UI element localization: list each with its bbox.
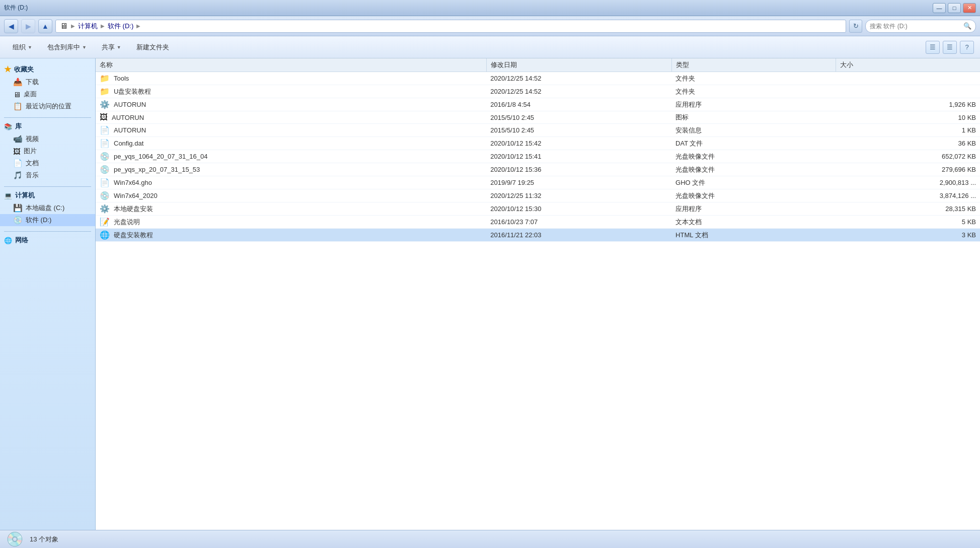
file-icon: 💿	[100, 165, 110, 174]
file-type: 光盘映像文件	[671, 189, 836, 202]
file-date: 2019/9/7 19:25	[486, 176, 671, 189]
view-toggle-button[interactable]: ☰	[926, 41, 940, 54]
statusbar-icon: 💿	[6, 531, 24, 547]
sidebar-library-header[interactable]: 📚 库	[0, 120, 95, 133]
file-size	[836, 72, 980, 85]
path-computer[interactable]: 计算机	[78, 22, 98, 31]
file-name: AUTORUN	[114, 126, 146, 134]
share-button[interactable]: 共享 ▼	[95, 39, 128, 55]
table-row[interactable]: 💿 Win7x64_2020 2020/12/25 11:32 光盘映像文件 3…	[96, 189, 980, 202]
table-row[interactable]: 🖼 AUTORUN 2015/5/10 2:45 图标 10 KB	[96, 111, 980, 124]
sidebar-network-header[interactable]: 🌐 网络	[0, 234, 95, 247]
help-button[interactable]: ?	[960, 41, 974, 54]
file-icon: 📁	[100, 87, 110, 96]
sidebar-item-download[interactable]: 📥 下载	[0, 76, 95, 88]
file-size: 1,926 KB	[836, 98, 980, 111]
view-icon: ☰	[930, 43, 936, 51]
table-row[interactable]: 📄 Config.dat 2020/10/12 15:42 DAT 文件 36 …	[96, 137, 980, 150]
file-size	[836, 85, 980, 98]
sidebar-item-recent[interactable]: 📋 最近访问的位置	[0, 100, 95, 112]
file-type: 图标	[671, 111, 836, 124]
search-box: 🔍	[865, 20, 976, 33]
file-type: HTML 文档	[671, 229, 836, 242]
refresh-button[interactable]: ↻	[849, 20, 862, 33]
table-row[interactable]: 📄 Win7x64.gho 2019/9/7 19:25 GHO 文件 2,90…	[96, 176, 980, 189]
file-icon: 📁	[100, 74, 110, 83]
sidebar-item-pictures[interactable]: 🖼 图片	[0, 145, 95, 157]
minimize-button[interactable]: —	[933, 3, 946, 13]
table-row[interactable]: 📝 光盘说明 2016/10/23 7:07 文本文档 5 KB	[96, 216, 980, 229]
file-date: 2015/5/10 2:45	[486, 111, 671, 124]
file-type: 安装信息	[671, 124, 836, 137]
file-icon: 🖼	[100, 113, 108, 122]
file-icon: 📄	[100, 139, 110, 148]
file-name-cell: 📄 Config.dat	[100, 139, 482, 148]
forward-button[interactable]: ▶	[21, 19, 35, 33]
maximize-button[interactable]: □	[948, 3, 961, 13]
col-header-size[interactable]: 大小	[836, 58, 980, 72]
sidebar-video-label: 视频	[26, 134, 39, 144]
file-icon: 📝	[100, 217, 110, 227]
desktop-icon: 🖥	[13, 90, 21, 99]
table-row[interactable]: 📄 AUTORUN 2015/5/10 2:45 安装信息 1 KB	[96, 124, 980, 137]
file-icon: ⚙️	[100, 100, 110, 109]
file-size: 652,072 KB	[836, 150, 980, 163]
address-path: 🖥 ▶ 计算机 ▶ 软件 (D:) ▶	[55, 20, 846, 33]
pictures-icon: 🖼	[13, 147, 21, 156]
file-name-cell: ⚙️ 本地硬盘安装	[100, 204, 482, 214]
table-row[interactable]: ⚙️ AUTORUN 2016/1/8 4:54 应用程序 1,926 KB	[96, 98, 980, 111]
file-list: 名称 修改日期 类型 大小 📁 Tools 2020/12/25 14:52 文…	[96, 58, 980, 530]
sidebar-item-drive-d[interactable]: 💿 软件 (D:)	[0, 214, 95, 226]
file-name-cell: 📁 Tools	[100, 74, 482, 83]
table-row[interactable]: 🌐 硬盘安装教程 2016/11/21 22:03 HTML 文档 3 KB	[96, 229, 980, 242]
computer-icon: 💻	[4, 192, 12, 199]
file-table-body: 📁 Tools 2020/12/25 14:52 文件夹 📁 U盘安装教程 20…	[96, 72, 980, 242]
file-icon: 📄	[100, 178, 110, 187]
table-row[interactable]: 📁 U盘安装教程 2020/12/25 14:52 文件夹	[96, 85, 980, 98]
file-size: 279,696 KB	[836, 163, 980, 176]
sidebar-recent-label: 最近访问的位置	[26, 102, 71, 111]
sidebar-item-music[interactable]: 🎵 音乐	[0, 169, 95, 181]
sidebar-favorites-label: 收藏夹	[14, 65, 34, 74]
sidebar-computer-label: 计算机	[15, 191, 35, 200]
sidebar-item-local-c[interactable]: 💾 本地磁盘 (C:)	[0, 202, 95, 214]
path-arrow-2: ▶	[101, 23, 105, 29]
view-details-button[interactable]: ☰	[943, 41, 957, 54]
file-name: 本地硬盘安装	[114, 204, 153, 214]
organize-button[interactable]: 组织 ▼	[6, 39, 39, 55]
window-controls: — □ ✕	[933, 3, 976, 13]
table-row[interactable]: 📁 Tools 2020/12/25 14:52 文件夹	[96, 72, 980, 85]
sidebar-computer-header[interactable]: 💻 计算机	[0, 189, 95, 202]
file-icon: 💿	[100, 152, 110, 161]
sidebar-favorites-header[interactable]: ★ 收藏夹	[0, 62, 95, 76]
table-row[interactable]: ⚙️ 本地硬盘安装 2020/10/12 15:30 应用程序 28,315 K…	[96, 202, 980, 216]
back-button[interactable]: ◀	[4, 19, 18, 33]
download-icon: 📥	[13, 78, 23, 87]
sidebar: ★ 收藏夹 📥 下载 🖥 桌面 📋 最近访问的位置 📚 库	[0, 58, 96, 530]
sidebar-item-documents[interactable]: 📄 文档	[0, 157, 95, 169]
file-size: 10 KB	[836, 111, 980, 124]
sidebar-item-video[interactable]: 📹 视频	[0, 133, 95, 145]
sidebar-documents-label: 文档	[26, 159, 39, 168]
table-row[interactable]: 💿 pe_yqs_1064_20_07_31_16_04 2020/10/12 …	[96, 150, 980, 163]
file-name: Win7x64_2020	[114, 192, 158, 199]
path-drive[interactable]: 软件 (D:)	[108, 22, 133, 31]
table-row[interactable]: 💿 pe_yqs_xp_20_07_31_15_53 2020/10/12 15…	[96, 163, 980, 176]
file-name: Tools	[114, 75, 129, 82]
up-button[interactable]: ▲	[38, 19, 52, 33]
share-label: 共享	[102, 43, 115, 52]
include-button[interactable]: 包含到库中 ▼	[41, 39, 93, 55]
search-input[interactable]	[870, 23, 961, 30]
new-folder-button[interactable]: 新建文件夹	[130, 39, 176, 55]
file-type: 文本文档	[671, 216, 836, 229]
col-header-name[interactable]: 名称	[96, 58, 486, 72]
col-header-date[interactable]: 修改日期	[486, 58, 671, 72]
col-header-type[interactable]: 类型	[671, 58, 836, 72]
sidebar-item-desktop[interactable]: 🖥 桌面	[0, 88, 95, 100]
close-button[interactable]: ✕	[963, 3, 976, 13]
file-size: 3 KB	[836, 229, 980, 242]
file-date: 2020/10/12 15:42	[486, 137, 671, 150]
statusbar: 💿 13 个对象	[0, 530, 980, 548]
file-date: 2016/11/21 22:03	[486, 229, 671, 242]
file-name: Config.dat	[114, 140, 143, 147]
